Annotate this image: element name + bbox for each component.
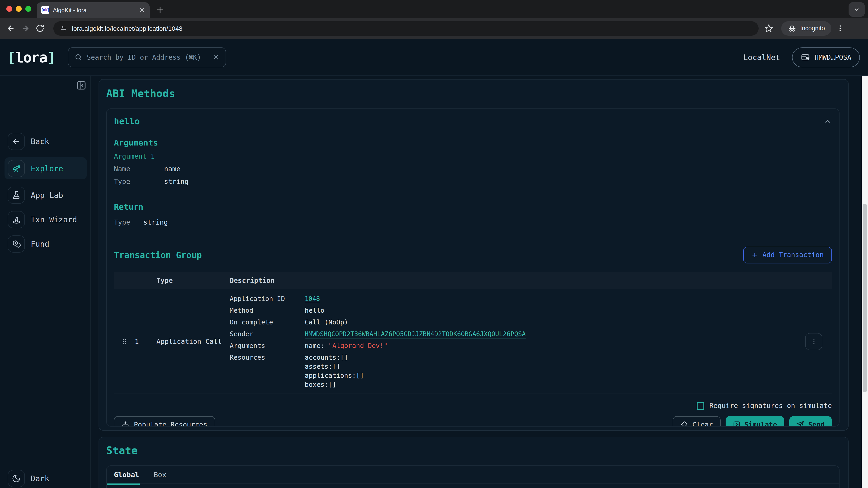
method-header[interactable]: hello — [114, 115, 832, 127]
search-box[interactable] — [68, 47, 226, 67]
argument-name-row: Name name — [114, 165, 832, 173]
site-settings-icon[interactable] — [60, 24, 67, 32]
sidebar-item-txn-wizard[interactable]: Txn Wizard — [4, 211, 87, 228]
sidebar-footer: Dark Settings — [4, 470, 87, 488]
row-type: Application Call — [156, 337, 230, 346]
search-input[interactable] — [87, 53, 208, 61]
return-heading: Return — [114, 202, 832, 212]
url-text: lora.algokit.io/localnet/application/104… — [72, 25, 182, 32]
incognito-label: Incognito — [800, 25, 825, 32]
sidebar-item-app-lab[interactable]: App Lab — [4, 187, 87, 204]
sidebar-item-fund[interactable]: Fund — [4, 235, 87, 253]
scrollbar-thumb[interactable] — [863, 204, 867, 392]
sidebar: Back Explore — [0, 76, 91, 488]
tab-title: AlgoKit - lora — [53, 6, 135, 13]
resource-accounts: accounts:[] — [305, 354, 364, 361]
tab-close-icon[interactable] — [139, 7, 145, 13]
field-on-complete: On complete Call (NoOp) — [230, 319, 796, 326]
telescope-icon — [8, 160, 25, 177]
state-title: State — [106, 445, 839, 456]
lora-app: [lora] LocalNet — [0, 39, 868, 488]
tab-favicon: [ak] — [41, 6, 49, 14]
network-label[interactable]: LocalNet — [743, 53, 780, 62]
window-controls — [6, 6, 31, 12]
url-bar[interactable]: lora.algokit.io/localnet/application/104… — [53, 21, 758, 35]
reload-icon[interactable] — [33, 21, 47, 35]
square-play-icon — [733, 421, 740, 427]
drag-handle-icon[interactable] — [114, 337, 135, 346]
back-nav-icon[interactable] — [4, 21, 18, 35]
field-resources: Resources accounts:[] assets:[] applicat… — [230, 354, 796, 388]
application-id-link[interactable]: 1048 — [305, 295, 320, 302]
wallet-button[interactable]: HMWD…PQSA — [792, 47, 860, 67]
browser-menu-icon[interactable] — [833, 21, 848, 35]
method-name: hello — [114, 116, 140, 126]
incognito-icon — [787, 24, 797, 33]
field-sender: Sender HMWDSHQCOPD2T36WBAHLAZ6PO5GDJJZBN… — [230, 330, 796, 337]
sidebar-item-back[interactable]: Back — [4, 133, 87, 150]
simulate-button[interactable]: Simulate — [725, 416, 784, 427]
fullscreen-window-button[interactable] — [25, 6, 31, 12]
tab-strip: [ak] AlgoKit - lora — [0, 0, 868, 18]
page-scrollbar — [862, 76, 868, 488]
chevron-up-icon[interactable] — [823, 117, 832, 125]
tab-search-chevron-button[interactable] — [848, 2, 865, 17]
sidebar-nav: Back Explore — [4, 133, 87, 253]
hard-drive-download-icon — [122, 421, 129, 427]
col-header-type: Type — [156, 276, 230, 285]
resource-assets: assets:[] — [305, 363, 364, 370]
tab-global[interactable]: Global — [107, 466, 147, 484]
transaction-group-title: Transaction Group — [114, 250, 202, 260]
send-button[interactable]: Send — [789, 416, 832, 427]
state-tabs-card: Global Box — [106, 465, 839, 488]
tab-box[interactable]: Box — [147, 466, 174, 484]
flask-icon — [8, 187, 25, 204]
eraser-icon — [681, 421, 688, 427]
search-icon — [74, 53, 82, 61]
transaction-actions: Populate Resources Clear — [114, 416, 832, 427]
send-icon — [797, 421, 804, 427]
app-header: [lora] LocalNet — [0, 39, 868, 76]
argument-type-row: Type string — [114, 177, 832, 186]
row-menu-button[interactable] — [805, 333, 822, 350]
field-arguments: Arguments name: "Algorand Dev!" — [230, 342, 796, 349]
argument-string-value: "Algorand Dev!" — [329, 342, 388, 349]
plus-icon — [751, 252, 758, 258]
new-tab-button[interactable] — [154, 4, 166, 16]
col-header-description: Description — [230, 276, 796, 285]
add-transaction-button[interactable]: Add Transaction — [743, 247, 832, 263]
browser-toolbar: lora.algokit.io/localnet/application/104… — [0, 18, 868, 39]
row-description: Application ID 1048 Method hello On comp… — [230, 295, 796, 388]
lora-logo[interactable]: [lora] — [7, 49, 55, 65]
abi-methods-card: ABI Methods hello Arguments Argument 1 N… — [98, 79, 848, 431]
close-window-button[interactable] — [6, 6, 12, 12]
minimize-window-button[interactable] — [16, 6, 22, 12]
forward-nav-icon[interactable] — [18, 21, 33, 35]
sidebar-collapse-icon[interactable] — [76, 80, 86, 90]
incognito-badge: Incognito — [781, 21, 831, 35]
sidebar-item-explore[interactable]: Explore — [4, 157, 87, 180]
bookmark-star-icon[interactable] — [761, 21, 776, 35]
field-method: Method hello — [230, 307, 796, 314]
resource-boxes: boxes:[] — [305, 381, 364, 388]
row-index: 1 — [135, 337, 156, 346]
state-card: State Global Box — [98, 437, 848, 488]
abi-methods-title: ABI Methods — [106, 88, 839, 99]
transaction-table: Type Description 1 Application Call Appl… — [114, 272, 832, 394]
argument1-label: Argument 1 — [114, 152, 832, 160]
require-signatures-checkbox[interactable] — [697, 402, 704, 410]
sidebar-item-theme-dark[interactable]: Dark — [4, 470, 87, 487]
browser-tab[interactable]: [ak] AlgoKit - lora — [37, 2, 150, 18]
clear-button[interactable]: Clear — [673, 416, 720, 427]
field-application-id: Application ID 1048 — [230, 295, 796, 302]
sender-address-link[interactable]: HMWDSHQCOPD2T36WBAHLAZ6PO5GDJJZBN4D2TODK… — [305, 330, 526, 337]
require-signatures-label: Require signatures on simulate — [709, 402, 832, 410]
browser-chrome: [ak] AlgoKit - lora — [0, 0, 868, 39]
search-clear-icon[interactable] — [213, 54, 219, 61]
table-row: 1 Application Call Application ID 1048 M… — [114, 289, 832, 394]
require-signatures-row: Require signatures on simulate — [114, 401, 832, 410]
arrow-left-icon — [8, 133, 25, 150]
wallet-address: HMWD…PQSA — [814, 53, 851, 61]
populate-resources-button[interactable]: Populate Resources — [114, 416, 215, 427]
return-type-row: Type string — [114, 218, 832, 226]
